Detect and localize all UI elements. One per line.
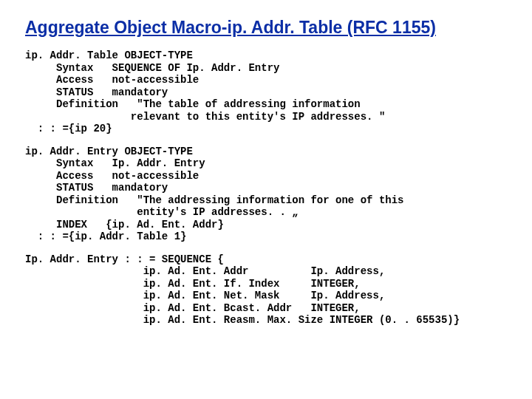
mib-definition-ipaddrentry: ip. Addr. Entry OBJECT-TYPE Syntax Ip. A… <box>25 146 507 243</box>
slide: Aggregate Object Macro-ip. Addr. Table (… <box>0 0 532 327</box>
slide-title: Aggregate Object Macro-ip. Addr. Table (… <box>25 18 507 38</box>
mib-definition-ipaddrtable: ip. Addr. Table OBJECT-TYPE Syntax SEQUE… <box>25 50 507 135</box>
mib-definition-sequence: Ip. Addr. Entry : : = SEQUENCE { ip. Ad.… <box>25 253 507 327</box>
